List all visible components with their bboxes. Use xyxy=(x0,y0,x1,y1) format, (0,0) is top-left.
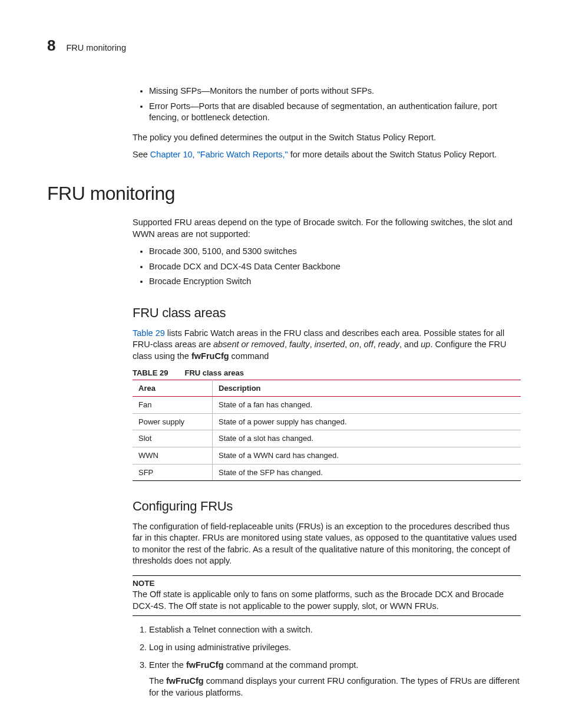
xref-link[interactable]: Table 29 xyxy=(133,328,165,338)
page-header: 8 FRU monitoring xyxy=(47,35,521,56)
state-term: up xyxy=(421,340,430,349)
fru-class-intro: Table 29 lists Fabric Watch areas in the… xyxy=(133,328,521,363)
command-name: fwFruCfg xyxy=(166,676,204,686)
list-item: Brocade 300, 5100, and 5300 switches xyxy=(149,246,521,258)
table-caption: TABLE 29FRU class areas xyxy=(133,368,521,378)
table-cell: Fan xyxy=(133,397,213,414)
table-row: Power supplyState of a power supply has … xyxy=(133,413,521,430)
table-row: SFPState of the SFP has changed. xyxy=(133,464,521,481)
table-row: SlotState of a slot has changed. xyxy=(133,430,521,447)
section-heading: FRU monitoring xyxy=(47,181,521,206)
table-cell: State of a fan has changed. xyxy=(213,397,521,414)
text: command displays your current FRU config… xyxy=(149,676,520,697)
table-cell: State of a slot has changed. xyxy=(213,430,521,447)
fru-class-table: Area Description FanState of a fan has c… xyxy=(133,380,521,481)
list-item: Brocade DCX and DCX-4S Data Center Backb… xyxy=(149,261,521,273)
subsection-heading: Configuring FRUs xyxy=(133,498,521,515)
state-term: absent or removed xyxy=(213,340,285,349)
step-followup: The fwFruCfg command displays your curre… xyxy=(149,676,521,699)
text: command at the command prompt. xyxy=(224,660,359,670)
step-item: Enter the fwFruCfg command at the comman… xyxy=(149,660,521,699)
text: for more details about the Switch Status… xyxy=(288,150,497,159)
text: See xyxy=(133,150,150,159)
note-text: The Off state is applicable only to fans… xyxy=(133,589,521,612)
note-label: NOTE xyxy=(133,578,521,589)
text: command xyxy=(229,351,269,361)
list-item: Brocade Encryption Switch xyxy=(149,276,521,288)
list-item: Missing SFPs—Monitors the number of port… xyxy=(149,85,521,97)
note-block: NOTE The Off state is applicable only to… xyxy=(133,575,521,616)
intro-paragraph: The policy you defined determines the ou… xyxy=(133,132,521,144)
command-name: fwFruCfg xyxy=(186,660,224,670)
text: The xyxy=(149,676,166,686)
state-term: on xyxy=(349,340,359,349)
table-row: FanState of a fan has changed. xyxy=(133,397,521,414)
step-item: Log in using administrative privileges. xyxy=(149,642,521,654)
section-intro: Supported FRU areas depend on the type o… xyxy=(133,217,521,240)
table-cell: Power supply xyxy=(133,413,213,430)
table-cell: WWN xyxy=(133,447,213,465)
table-cell: State of the SFP has changed. xyxy=(213,464,521,481)
table-cell: State of a WWN card has changed. xyxy=(213,447,521,465)
switch-list: Brocade 300, 5100, and 5300 switches Bro… xyxy=(133,246,521,288)
chapter-number: 8 xyxy=(47,35,55,56)
table-header-cell: Area xyxy=(133,380,213,397)
table-cell: Slot xyxy=(133,430,213,447)
table-cell: SFP xyxy=(133,464,213,481)
table-header-cell: Description xyxy=(213,380,521,397)
state-term: off xyxy=(364,340,373,349)
command-name: fwFruCfg xyxy=(191,351,229,361)
table-row: WWNState of a WWN card has changed. xyxy=(133,447,521,465)
list-item: Error Ports—Ports that are disabled beca… xyxy=(149,101,521,124)
table-title: FRU class areas xyxy=(184,368,243,377)
running-head: FRU monitoring xyxy=(66,42,126,54)
subsection-heading: FRU class areas xyxy=(133,304,521,322)
intro-paragraph-xref: See Chapter 10, "Fabric Watch Reports," … xyxy=(133,149,521,161)
state-term: ready xyxy=(378,340,399,349)
configuring-frus-intro: The configuration of field-replaceable u… xyxy=(133,521,521,567)
text: Enter the xyxy=(149,660,186,670)
xref-link[interactable]: Chapter 10, "Fabric Watch Reports," xyxy=(150,150,288,159)
table-header-row: Area Description xyxy=(133,380,521,397)
table-number: TABLE 29 xyxy=(133,368,168,377)
state-term: inserted xyxy=(315,340,345,349)
state-term: faulty xyxy=(289,340,310,349)
procedure-steps: Establish a Telnet connection with a swi… xyxy=(133,624,521,699)
table-cell: State of a power supply has changed. xyxy=(213,413,521,430)
intro-bullet-list: Missing SFPs—Monitors the number of port… xyxy=(133,85,521,124)
step-item: Establish a Telnet connection with a swi… xyxy=(149,624,521,636)
